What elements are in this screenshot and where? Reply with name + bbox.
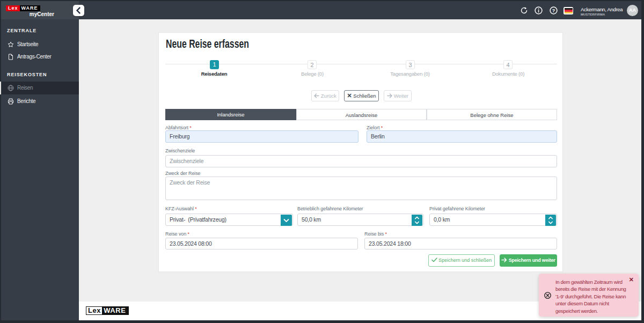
svg-text:?: ? xyxy=(552,8,555,13)
